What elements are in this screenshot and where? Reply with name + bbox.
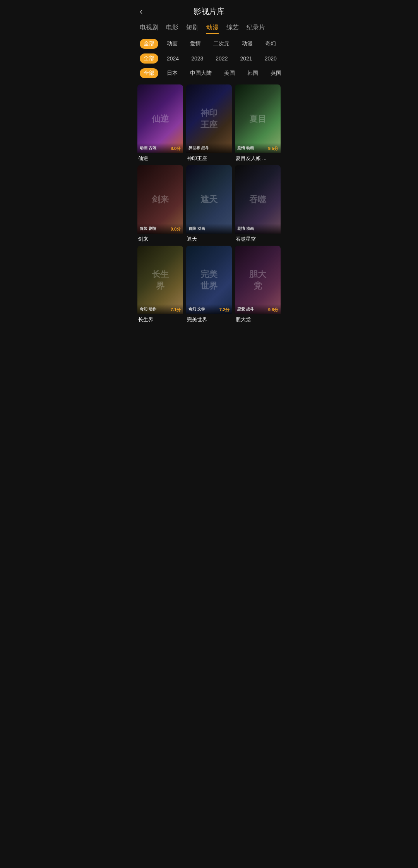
tab-bar: 电视剧电影短剧动漫综艺纪录片 <box>134 21 284 36</box>
card-jianlai[interactable]: 剑来冒险 剧情9.0分剑来 <box>137 165 183 243</box>
card-deco-changsheng: 长生界 <box>149 269 172 292</box>
year-chip-2023[interactable]: 2023 <box>187 54 207 63</box>
card-tags-shenyinwangzuo: 异世界 战斗 <box>188 145 209 151</box>
card-tags-wanmei: 奇幻 文学 <box>188 307 205 312</box>
content-grid: 仙逆动画 古装8.0分仙逆神印王座异世界 战斗神印王座夏目剧情 动画9.5分夏目… <box>134 80 284 328</box>
region-chip-uk[interactable]: 英国 <box>267 68 284 78</box>
card-tags-changsheng: 奇幻 动作 <box>140 307 156 312</box>
region-chip-korea[interactable]: 韩国 <box>243 68 262 78</box>
genre-filter-row: 全部动画爱情二次元动漫奇幻喜剧科幻 <box>134 36 284 50</box>
tab-movie[interactable]: 电影 <box>166 24 178 34</box>
back-button[interactable]: ‹ <box>140 7 142 17</box>
card-title-shenyinwangzuo: 神印王座 <box>186 155 232 162</box>
card-title-dandang: 胆大党 <box>235 316 281 323</box>
card-tunshi[interactable]: 吞噬剧情 动画吞噬星空 <box>235 165 281 243</box>
card-title-xiatou: 夏目友人帐 ... <box>235 155 281 162</box>
year-filter-row: 全部202420232022202120202019… <box>134 50 284 65</box>
genre-chip-2d[interactable]: 二次元 <box>209 39 233 49</box>
card-xiatou[interactable]: 夏目剧情 动画9.5分夏目友人帐 ... <box>235 84 281 162</box>
card-score-dandang: 9.8分 <box>268 307 278 313</box>
year-chip-all[interactable]: 全部 <box>140 53 158 64</box>
card-deco-dandang: 胆大党 <box>247 269 269 292</box>
card-score-changsheng: 7.1分 <box>171 307 181 313</box>
tab-short[interactable]: 短剧 <box>186 24 199 34</box>
card-deco-tunshi: 吞噬 <box>249 194 266 205</box>
card-title-wanmei: 完美世界 <box>186 316 232 323</box>
card-dandang[interactable]: 胆大党恋爱 战斗9.8分胆大党 <box>235 246 281 323</box>
header: ‹ 影视片库 <box>134 0 284 21</box>
year-chip-2022[interactable]: 2022 <box>212 54 231 63</box>
genre-chip-all[interactable]: 全部 <box>140 39 158 49</box>
card-score-jianlai: 9.0分 <box>171 226 181 232</box>
card-deco-shenyinwangzuo: 神印王座 <box>198 107 221 131</box>
card-score-wanmei: 7.2分 <box>219 307 230 313</box>
tab-anime[interactable]: 动漫 <box>206 24 219 34</box>
card-deco-gaotian: 遮天 <box>200 194 218 205</box>
card-tags-tunshi: 剧情 动画 <box>237 226 254 231</box>
card-shenyinwangzuo[interactable]: 神印王座异世界 战斗神印王座 <box>186 84 232 162</box>
card-deco-wanmei: 完美世界 <box>198 269 221 292</box>
page-title: 影视片库 <box>140 6 278 17</box>
tab-tv[interactable]: 电视剧 <box>140 24 158 34</box>
card-gaotian[interactable]: 遮天冒险 动画遮天 <box>186 165 232 243</box>
year-chip-2021[interactable]: 2021 <box>236 54 256 63</box>
card-title-jianlai: 剑来 <box>137 236 183 243</box>
card-title-tunshi: 吞噬星空 <box>235 236 281 243</box>
card-score-xiatou: 9.5分 <box>268 146 278 152</box>
card-tags-xiatou: 剧情 动画 <box>237 145 254 151</box>
year-chip-2024[interactable]: 2024 <box>163 54 183 63</box>
card-deco-xiatou: 夏目 <box>249 113 266 125</box>
genre-chip-fantasy[interactable]: 奇幻 <box>261 39 280 49</box>
card-xianni[interactable]: 仙逆动画 古装8.0分仙逆 <box>137 84 183 162</box>
card-tags-xianni: 动画 古装 <box>140 145 156 151</box>
genre-chip-manga[interactable]: 动漫 <box>238 39 257 49</box>
region-chip-china[interactable]: 中国大陆 <box>186 68 216 78</box>
card-deco-xianni: 仙逆 <box>152 113 169 125</box>
genre-chip-romance[interactable]: 爱情 <box>186 39 205 49</box>
genre-chip-animation[interactable]: 动画 <box>163 39 182 49</box>
year-chip-2020[interactable]: 2020 <box>261 54 281 63</box>
card-wanmei[interactable]: 完美世界奇幻 文学7.2分完美世界 <box>186 246 232 323</box>
region-chip-usa[interactable]: 美国 <box>220 68 239 78</box>
region-filter-row: 全部日本中国大陆美国韩国英国法国中… <box>134 65 284 80</box>
card-tags-jianlai: 冒险 剧情 <box>140 226 156 231</box>
card-tags-gaotian: 冒险 动画 <box>188 226 205 231</box>
card-score-xianni: 8.0分 <box>171 146 181 152</box>
card-title-changsheng: 长生界 <box>137 316 183 323</box>
card-title-xianni: 仙逆 <box>137 155 183 162</box>
card-changsheng[interactable]: 长生界奇幻 动作7.1分长生界 <box>137 246 183 323</box>
tab-doc[interactable]: 纪录片 <box>247 24 265 34</box>
card-title-gaotian: 遮天 <box>186 236 232 243</box>
card-tags-dandang: 恋爱 战斗 <box>237 307 254 312</box>
card-deco-jianlai: 剑来 <box>152 194 169 205</box>
tab-variety[interactable]: 综艺 <box>226 24 239 34</box>
region-chip-japan[interactable]: 日本 <box>163 68 182 78</box>
region-chip-all[interactable]: 全部 <box>140 68 158 78</box>
